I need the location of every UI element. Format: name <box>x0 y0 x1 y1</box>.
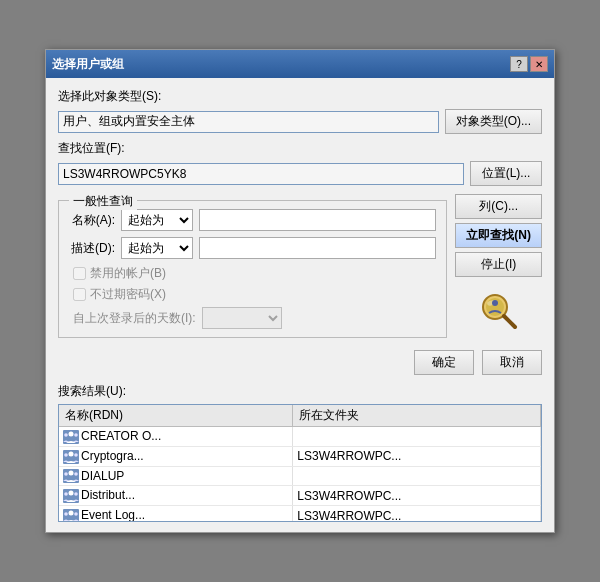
cell-folder: LS3W4RROWPC... <box>293 486 541 506</box>
cell-name: CREATOR O... <box>59 427 293 447</box>
user-group-icon <box>63 450 79 464</box>
search-now-button[interactable]: 立即查找(N) <box>455 223 542 248</box>
main-layout: 一般性查询 名称(A): 起始为 等于 包含 描述(D): <box>58 192 542 346</box>
results-table: 名称(RDN) 所在文件夹 CREATOR O... Cryptogra...L… <box>59 405 541 522</box>
results-body: CREATOR O... Cryptogra...LS3W4RROWPC... … <box>59 427 541 523</box>
general-query-title: 一般性查询 <box>69 193 137 210</box>
col-folder-header: 所在文件夹 <box>293 405 541 427</box>
table-row[interactable]: Cryptogra...LS3W4RROWPC... <box>59 446 541 466</box>
svg-point-14 <box>69 471 74 476</box>
results-table-container[interactable]: 名称(RDN) 所在文件夹 CREATOR O... Cryptogra...L… <box>58 404 542 522</box>
svg-point-22 <box>69 511 74 516</box>
days-select[interactable] <box>202 307 282 329</box>
bottom-area: 确定 取消 <box>58 346 542 383</box>
cell-folder <box>293 427 541 447</box>
days-row: 自上次登录后的天数(I): <box>69 307 436 329</box>
close-button[interactable]: ✕ <box>530 56 548 72</box>
object-type-input[interactable] <box>58 111 439 133</box>
svg-point-12 <box>74 453 78 457</box>
stop-button[interactable]: 停止(I) <box>455 252 542 277</box>
table-row[interactable]: Event Log...LS3W4RROWPC... <box>59 506 541 522</box>
name-condition-select[interactable]: 起始为 等于 包含 <box>121 209 193 231</box>
name-query-row: 名称(A): 起始为 等于 包含 <box>69 209 436 231</box>
dialog-content: 选择此对象类型(S): 对象类型(O)... 查找位置(F): 位置(L)...… <box>46 78 554 532</box>
cell-name: Event Log... <box>59 506 293 522</box>
cell-folder: LS3W4RROWPC... <box>293 506 541 522</box>
title-bar-buttons: ? ✕ <box>510 56 548 72</box>
svg-point-11 <box>64 453 68 457</box>
desc-condition-select[interactable]: 起始为 等于 包含 <box>121 237 193 259</box>
no-expire-pwd-label: 不过期密码(X) <box>90 286 166 303</box>
user-group-icon <box>63 509 79 522</box>
table-row[interactable]: CREATOR O... <box>59 427 541 447</box>
location-button[interactable]: 位置(L)... <box>470 161 542 186</box>
svg-point-6 <box>69 431 74 436</box>
svg-point-16 <box>74 473 78 477</box>
user-group-icon <box>63 430 79 444</box>
svg-point-8 <box>74 433 78 437</box>
disabled-accounts-row: 禁用的帐户(B) <box>69 265 436 282</box>
dialog-title: 选择用户或组 <box>52 56 124 73</box>
right-section: 列(C)... 立即查找(N) 停止(I) <box>455 192 542 346</box>
search-magnifier-icon <box>477 289 521 333</box>
object-type-button[interactable]: 对象类型(O)... <box>445 109 542 134</box>
cell-folder <box>293 466 541 486</box>
svg-point-15 <box>64 473 68 477</box>
desc-label: 描述(D): <box>69 240 115 257</box>
no-expire-pwd-row: 不过期密码(X) <box>69 286 436 303</box>
cell-name: Distribut... <box>59 486 293 506</box>
table-row[interactable]: DIALUP <box>59 466 541 486</box>
list-columns-button[interactable]: 列(C)... <box>455 194 542 219</box>
table-row[interactable]: Distribut...LS3W4RROWPC... <box>59 486 541 506</box>
svg-point-20 <box>74 493 78 497</box>
results-label: 搜索结果(U): <box>58 383 542 400</box>
svg-point-18 <box>69 491 74 496</box>
cell-name: DIALUP <box>59 466 293 486</box>
select-user-dialog: 选择用户或组 ? ✕ 选择此对象类型(S): 对象类型(O)... 查找位置(F… <box>45 49 555 533</box>
location-input[interactable] <box>58 163 464 185</box>
no-expire-pwd-checkbox[interactable] <box>73 288 86 301</box>
name-label: 名称(A): <box>69 212 115 229</box>
svg-point-4 <box>492 300 498 306</box>
svg-line-3 <box>504 316 515 327</box>
user-group-icon <box>63 469 79 483</box>
help-button[interactable]: ? <box>510 56 528 72</box>
cell-name: Cryptogra... <box>59 446 293 466</box>
svg-point-7 <box>64 433 68 437</box>
location-label: 查找位置(F): <box>58 140 542 157</box>
days-label: 自上次登录后的天数(I): <box>73 310 196 327</box>
cell-folder: LS3W4RROWPC... <box>293 446 541 466</box>
results-header-row: 名称(RDN) 所在文件夹 <box>59 405 541 427</box>
desc-query-row: 描述(D): 起始为 等于 包含 <box>69 237 436 259</box>
object-type-label: 选择此对象类型(S): <box>58 88 542 105</box>
title-bar: 选择用户或组 ? ✕ <box>46 50 554 78</box>
ok-button[interactable]: 确定 <box>414 350 474 375</box>
svg-point-23 <box>64 512 68 516</box>
svg-point-19 <box>64 493 68 497</box>
object-type-row: 对象类型(O)... <box>58 109 542 134</box>
disabled-accounts-label: 禁用的帐户(B) <box>90 265 166 282</box>
left-section: 一般性查询 名称(A): 起始为 等于 包含 描述(D): <box>58 192 447 346</box>
name-query-input[interactable] <box>199 209 436 231</box>
col-name-header: 名称(RDN) <box>59 405 293 427</box>
disabled-accounts-checkbox[interactable] <box>73 267 86 280</box>
user-group-icon <box>63 489 79 503</box>
general-query-group: 一般性查询 名称(A): 起始为 等于 包含 描述(D): <box>58 200 447 338</box>
search-icon-area <box>455 281 542 333</box>
location-row: 位置(L)... <box>58 161 542 186</box>
cancel-button[interactable]: 取消 <box>482 350 542 375</box>
svg-point-10 <box>69 451 74 456</box>
svg-point-24 <box>74 512 78 516</box>
desc-query-input[interactable] <box>199 237 436 259</box>
